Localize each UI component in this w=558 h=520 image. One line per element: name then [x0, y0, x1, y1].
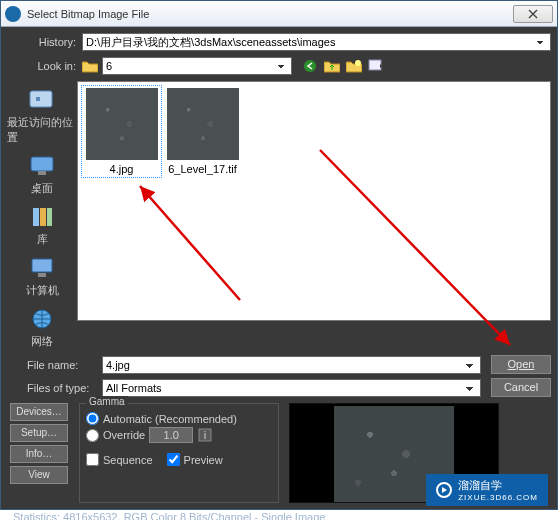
file-thumbnail: [167, 88, 239, 160]
history-combo[interactable]: D:\用户目录\我的文档\3dsMax\sceneassets\images: [82, 33, 551, 51]
svg-rect-11: [38, 273, 46, 277]
filename-label: File name:: [7, 359, 102, 371]
gamma-legend: Gamma: [86, 396, 128, 407]
watermark: 溜溜自学 ZIXUE.3D66.COM: [426, 474, 548, 506]
close-button[interactable]: [513, 5, 553, 23]
titlebar: Select Bitmap Image File: [1, 1, 557, 27]
svg-rect-3: [30, 91, 52, 107]
svg-rect-7: [33, 208, 39, 226]
cancel-button[interactable]: Cancel: [491, 378, 551, 397]
place-desktop[interactable]: 桌面: [25, 151, 59, 196]
filetype-combo[interactable]: All Formats: [102, 379, 481, 397]
svg-rect-9: [47, 208, 52, 226]
up-folder-icon[interactable]: [324, 58, 340, 74]
place-recent[interactable]: 最近访问的位置: [7, 85, 77, 145]
new-folder-icon[interactable]: [346, 58, 362, 74]
gamma-value-spinner[interactable]: 1.0: [149, 427, 193, 443]
svg-point-1: [355, 60, 361, 66]
svg-point-0: [304, 60, 316, 72]
places-bar: 最近访问的位置 桌面 库 计算机 网络: [7, 81, 77, 349]
gamma-auto-radio[interactable]: Automatic (Recommended): [86, 412, 272, 425]
file-list[interactable]: 4.jpg 6_Level_17.tif: [77, 81, 551, 321]
svg-rect-6: [38, 171, 46, 175]
filetype-label: Files of type:: [7, 382, 102, 394]
place-computer[interactable]: 计算机: [25, 253, 59, 298]
place-libraries[interactable]: 库: [25, 202, 59, 247]
svg-rect-4: [36, 97, 40, 101]
svg-text:i: i: [204, 429, 206, 441]
file-item[interactable]: 4.jpg: [84, 88, 159, 175]
gamma-override-radio[interactable]: Override 1.0 i: [86, 427, 272, 443]
lookin-combo[interactable]: 6: [102, 57, 292, 75]
info-icon[interactable]: i: [197, 427, 213, 443]
back-icon[interactable]: [302, 58, 318, 74]
filename-combo[interactable]: 4.jpg: [102, 356, 481, 374]
window-title: Select Bitmap Image File: [27, 8, 513, 20]
svg-rect-10: [32, 259, 52, 272]
place-network[interactable]: 网络: [25, 304, 59, 349]
file-item[interactable]: 6_Level_17.tif: [165, 88, 240, 175]
open-button[interactable]: Open: [491, 355, 551, 374]
preview-checkbox[interactable]: Preview: [167, 453, 223, 466]
setup-button[interactable]: Setup…: [10, 424, 68, 442]
stats-line: Statistics: 4816x5632, RGB Color 8 Bits/…: [13, 511, 551, 520]
folder-icon: [82, 58, 98, 74]
info-button[interactable]: Info…: [10, 445, 68, 463]
view-menu-icon[interactable]: [368, 58, 384, 74]
statistics: Statistics: 4816x5632, RGB Color 8 Bits/…: [7, 511, 551, 520]
view-button[interactable]: View: [10, 466, 68, 484]
dialog-window: Select Bitmap Image File History: D:\用户目…: [0, 0, 558, 510]
devices-button[interactable]: Devices…: [10, 403, 68, 421]
svg-rect-2: [369, 60, 381, 70]
file-thumbnail: [86, 88, 158, 160]
app-icon: [5, 6, 21, 22]
sequence-checkbox[interactable]: Sequence: [86, 453, 153, 466]
svg-rect-5: [31, 157, 53, 171]
history-label: History:: [7, 36, 82, 48]
svg-rect-8: [40, 208, 46, 226]
lookin-label: Look in:: [7, 60, 82, 72]
gamma-group: Gamma Automatic (Recommended) Override 1…: [79, 403, 279, 503]
play-icon: [436, 482, 452, 498]
close-icon: [528, 9, 538, 19]
